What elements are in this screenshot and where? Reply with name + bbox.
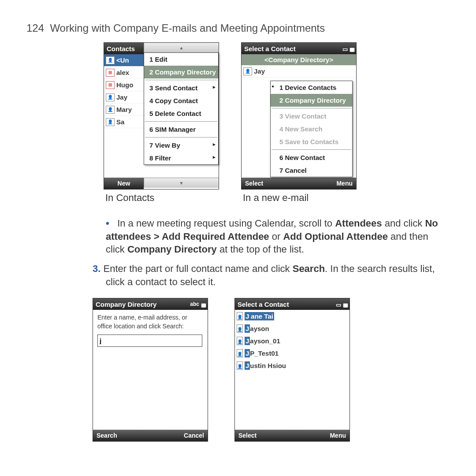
softkey-left[interactable]: New: [118, 180, 130, 187]
result-row[interactable]: Jayson: [235, 322, 350, 335]
softkey-left[interactable]: Select: [245, 180, 263, 187]
result-name: JP_Test01: [245, 350, 279, 357]
softkey-right[interactable]: Cancel: [184, 432, 204, 439]
menu-label: 2 Company Directory: [149, 68, 216, 76]
result-name: Jayson: [245, 325, 269, 332]
titlebar: Contacts: [104, 43, 144, 54]
phone-search-results: Select a Contact Jane TaiJaysonJayson_01…: [234, 298, 350, 442]
menu-item: 5 Save to Contacts: [271, 135, 352, 148]
titlebar: Company Directory abc: [93, 298, 208, 310]
company-dir-header: <Company Directory>: [242, 54, 356, 65]
search-instruction: Enter a name, e-mail address, or office …: [93, 310, 208, 334]
result-row[interactable]: Justin Hsiou: [235, 359, 350, 372]
signal-icon: [350, 45, 353, 52]
chevron-right-icon: ▸: [213, 84, 216, 90]
phone-body: Enter a name, e-mail address, or office …: [93, 310, 208, 430]
softkey-right[interactable]: Menu: [330, 432, 346, 439]
menu-item[interactable]: 8 Filter▸: [144, 152, 218, 164]
contact-row[interactable]: Hugo: [104, 79, 144, 91]
menu-item[interactable]: 6 SIM Manager: [144, 123, 218, 136]
result-name: Justin Hsiou: [245, 362, 286, 369]
step-number: 3.: [93, 263, 100, 274]
menu-item[interactable]: 2 Company Directory: [144, 66, 218, 78]
menu-item[interactable]: 1 Edit: [144, 53, 218, 66]
softkey-left[interactable]: Select: [238, 432, 257, 439]
menu-label: 6 SIM Manager: [149, 126, 196, 133]
text: In a new meeting request using Calendar,…: [117, 218, 335, 229]
radio-icon: ●: [271, 84, 275, 89]
context-menu[interactable]: ●1 Device Contacts2 Company Directory3 V…: [270, 81, 353, 177]
contact-icon: [106, 81, 115, 89]
contact-icon: [237, 361, 243, 370]
contact-name: Mary: [116, 106, 132, 113]
menu-label: 5 Delete Contact: [149, 110, 201, 117]
text-bold: Attendees: [335, 218, 382, 229]
contact-icon: [237, 337, 243, 345]
menu-item[interactable]: 3 Send Contact▸: [144, 82, 218, 94]
menu-item[interactable]: 7 View By▸: [144, 139, 218, 152]
contact-icon: [237, 324, 243, 333]
contact-row[interactable]: <Un: [104, 54, 144, 67]
scroll-up-icon[interactable]: [144, 43, 219, 53]
contact-icon: [106, 56, 115, 64]
menu-separator: [271, 149, 351, 150]
contact-row[interactable]: Jay: [104, 91, 144, 104]
softkey-right[interactable]: Menu: [336, 180, 353, 187]
contact-name: Sa: [116, 118, 124, 126]
contact-row[interactable]: Jay: [242, 65, 356, 78]
contact-row[interactable]: alex: [104, 67, 144, 79]
menu-item[interactable]: 6 New Contact: [271, 151, 352, 164]
search-input[interactable]: [97, 335, 202, 347]
menu-item: 3 View Contact: [271, 110, 352, 123]
window-title: Contacts: [107, 45, 135, 52]
menu-item[interactable]: 5 Delete Contact: [144, 107, 218, 120]
result-row[interactable]: Jane Tai: [235, 310, 350, 322]
menu-label: 7 Cancel: [279, 167, 307, 174]
menu-label: 1 Device Contacts: [279, 84, 336, 91]
menu-item[interactable]: 7 Cancel: [271, 164, 352, 177]
result-row[interactable]: JP_Test01: [235, 347, 350, 359]
menu-label: 8 Filter: [149, 154, 171, 162]
text: Enter the part or full contact name and …: [103, 263, 292, 274]
caption-right: In a new e-mail: [243, 192, 357, 204]
phone-body: <Company Directory> Jay ●1 Device Contac…: [242, 54, 356, 178]
menu-separator: [145, 137, 217, 138]
result-name: Jayson_01: [245, 337, 280, 345]
contact-row[interactable]: Mary: [104, 104, 144, 116]
contact-name: <Un: [116, 56, 129, 64]
softkey-bar: Select Menu: [242, 178, 356, 189]
menu-label: 4 New Search: [279, 125, 323, 133]
phone-company-dir-search: Company Directory abc Enter a name, e-ma…: [93, 298, 208, 442]
contact-icon: [106, 69, 115, 77]
text: at the top of the list.: [217, 244, 304, 255]
contact-icon: [106, 118, 115, 126]
page-heading: 124 Working with Company E-mails and Mee…: [26, 22, 450, 34]
contact-name: Jay: [254, 67, 265, 75]
menu-item[interactable]: 4 Copy Contact: [144, 94, 218, 107]
context-menu[interactable]: 1 Edit2 Company Directory3 Send Contact▸…: [144, 52, 219, 165]
contact-icon: [237, 349, 243, 357]
softkey-left[interactable]: Search: [97, 432, 117, 439]
menu-item[interactable]: 2 Company Directory: [271, 94, 352, 107]
window-title: Select a Contact: [238, 301, 289, 308]
screenshot-contacts: Contacts <UnalexHugoJayMarySa 1 Edit2 Co…: [104, 42, 219, 204]
ime-indicator: abc: [190, 301, 199, 307]
phone-select-contact: Select a Contact <Company Directory> Jay…: [241, 42, 357, 190]
contact-row[interactable]: Sa: [104, 116, 144, 128]
caption-left: In Contacts: [105, 192, 219, 204]
phone-body: <UnalexHugoJayMarySa 1 Edit2 Company Dir…: [104, 54, 219, 178]
signal-icon: [343, 301, 347, 308]
menu-label: 3 Send Contact: [149, 84, 197, 92]
menu-label: 5 Save to Contacts: [279, 138, 338, 145]
contact-name: Hugo: [116, 81, 133, 89]
menu-item[interactable]: ●1 Device Contacts: [271, 81, 352, 94]
contact-icon: [243, 67, 252, 75]
scroll-down-icon[interactable]: [144, 178, 219, 188]
text: or: [269, 231, 283, 242]
contact-icon: [106, 106, 115, 114]
chevron-right-icon: ▸: [213, 154, 216, 160]
result-row[interactable]: Jayson_01: [235, 335, 350, 347]
window-title: Select a Contact: [244, 45, 296, 52]
text-bold: Add Optional Attendee: [283, 231, 388, 242]
step-3: 3. Enter the part or full contact name a…: [93, 262, 450, 288]
